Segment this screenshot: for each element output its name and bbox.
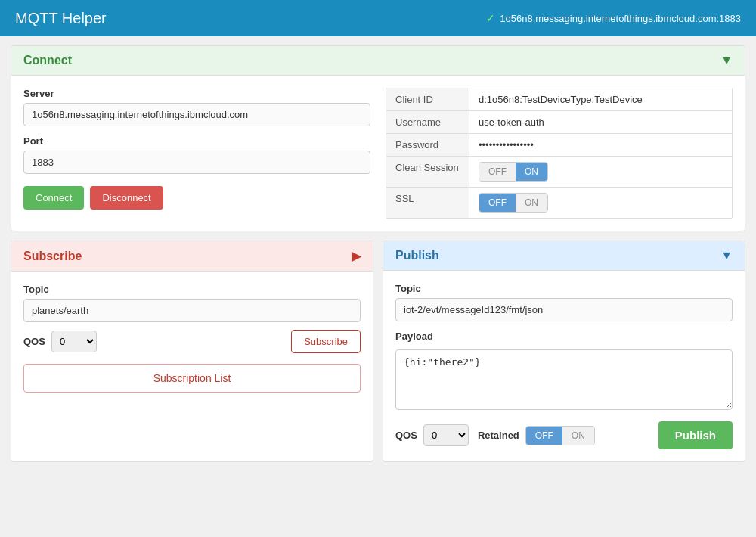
server-input[interactable] <box>23 103 370 126</box>
connect-left: Server Port Connect Disconnect <box>23 88 370 219</box>
retained-label: Retained <box>478 430 519 441</box>
publish-panel-title: Publish <box>395 249 439 262</box>
publish-panel: Publish ▼ Topic Payload QOS 0 1 2 <box>383 241 745 462</box>
app-header: MQTT Helper ✓ 1o56n8.messaging.interneto… <box>0 0 756 36</box>
connect-right: Client ID d:1o56n8:TestDeviceType:TestDe… <box>386 88 733 219</box>
publish-qos-label: QOS <box>395 430 417 441</box>
password-value: •••••••••••••••• <box>469 134 732 157</box>
connection-status: ✓ 1o56n8.messaging.internetofthings.ibmc… <box>486 12 741 24</box>
publish-payload-label: Payload <box>395 331 733 342</box>
bottom-row: Subscribe ▶ Topic QOS 0 1 2 Subscribe Su… <box>11 241 745 462</box>
ssl-toggle-cell: OFF ON <box>469 188 732 218</box>
connect-panel-title: Connect <box>23 54 72 67</box>
client-id-label: Client ID <box>386 88 469 111</box>
check-icon: ✓ <box>486 12 495 24</box>
subscribe-collapse-icon: ▶ <box>352 249 361 263</box>
subscribe-qos-select[interactable]: 0 1 2 <box>51 331 97 352</box>
client-id-value: d:1o56n8:TestDeviceType:TestDevice <box>469 88 732 111</box>
app-title: MQTT Helper <box>15 10 107 27</box>
publish-panel-header[interactable]: Publish ▼ <box>383 241 745 271</box>
port-label: Port <box>23 135 370 147</box>
password-label: Password <box>386 134 469 157</box>
connection-host: 1o56n8.messaging.internetofthings.ibmclo… <box>500 13 741 24</box>
subscribe-panel-body: Topic QOS 0 1 2 Subscribe Subscription L… <box>11 272 373 405</box>
retained-toggle[interactable]: OFF ON <box>525 426 595 445</box>
retained-on-btn[interactable]: ON <box>562 427 594 445</box>
subscribe-panel-header[interactable]: Subscribe ▶ <box>11 241 373 272</box>
publish-payload-textarea[interactable] <box>395 349 733 410</box>
publish-topic-label: Topic <box>395 283 733 294</box>
subscribe-qos-label: QOS <box>23 336 45 347</box>
subscribe-qos-row: QOS 0 1 2 Subscribe <box>23 330 361 353</box>
ssl-on-btn[interactable]: ON <box>516 194 547 212</box>
ssl-toggle[interactable]: OFF ON <box>479 193 548 213</box>
connect-collapse-icon: ▼ <box>720 54 733 67</box>
connect-panel-body: Server Port Connect Disconnect Client ID… <box>11 76 745 231</box>
connect-buttons: Connect Disconnect <box>23 186 370 210</box>
connect-panel: Connect ▼ Server Port Connect Disconnect… <box>11 45 745 231</box>
ssl-label: SSL <box>386 188 469 218</box>
port-input[interactable] <box>23 151 370 174</box>
credentials-grid: Client ID d:1o56n8:TestDeviceType:TestDe… <box>386 88 733 219</box>
username-value: use-token-auth <box>469 111 732 134</box>
subscribe-topic-input[interactable] <box>23 299 361 322</box>
publish-topic-input[interactable] <box>395 298 733 321</box>
username-label: Username <box>386 111 469 134</box>
main-content: Connect ▼ Server Port Connect Disconnect… <box>0 36 756 471</box>
subscribe-panel-title: Subscribe <box>23 250 82 263</box>
subscribe-button[interactable]: Subscribe <box>291 330 361 353</box>
publish-panel-body: Topic Payload QOS 0 1 2 <box>383 271 745 461</box>
server-label: Server <box>23 88 370 99</box>
clean-session-off-btn[interactable]: OFF <box>479 163 516 181</box>
ssl-off-btn[interactable]: OFF <box>479 194 516 212</box>
publish-bottom-row: QOS 0 1 2 Retained OFF ON <box>395 421 733 449</box>
publish-button[interactable]: Publish <box>658 421 733 449</box>
subscribe-topic-label: Topic <box>23 284 361 295</box>
subscription-list-button[interactable]: Subscription List <box>23 364 361 393</box>
retained-row: Retained OFF ON <box>478 426 595 445</box>
connect-button[interactable]: Connect <box>23 186 84 210</box>
connect-panel-header[interactable]: Connect ▼ <box>11 46 745 76</box>
subscribe-panel: Subscribe ▶ Topic QOS 0 1 2 Subscribe Su… <box>11 241 373 462</box>
clean-session-label: Clean Session <box>386 157 469 188</box>
publish-collapse-icon: ▼ <box>720 249 733 262</box>
clean-session-toggle[interactable]: OFF ON <box>479 162 548 182</box>
clean-session-on-btn[interactable]: ON <box>516 163 547 181</box>
disconnect-button[interactable]: Disconnect <box>90 186 163 210</box>
clean-session-toggle-cell: OFF ON <box>469 157 732 188</box>
publish-qos-row: QOS 0 1 2 <box>395 424 469 446</box>
publish-left-controls: QOS 0 1 2 Retained OFF ON <box>395 424 595 446</box>
retained-off-btn[interactable]: OFF <box>526 427 562 445</box>
publish-qos-select[interactable]: 0 1 2 <box>423 424 469 446</box>
